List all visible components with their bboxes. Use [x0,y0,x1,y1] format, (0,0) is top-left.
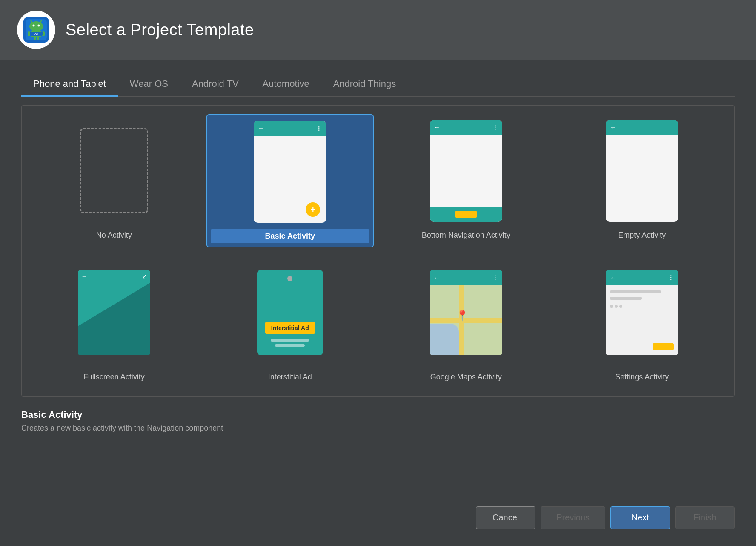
template-card-google-maps[interactable]: ← ⋮ 📍 Google Maps Activity [382,256,550,388]
template-label-fullscreen: Fullscreen Activity [34,370,195,384]
settings-body [606,285,678,355]
back-arrow-icon-6: ← [610,274,616,281]
overflow-menu-icon: ⋮ [316,125,322,132]
android-studio-logo: AI [23,17,49,43]
fab-icon: + [306,202,320,217]
svg-rect-11 [37,37,39,40]
bottom-nav-phone-mockup: ← ⋮ [430,120,502,222]
bottom-nav-bar [430,207,502,222]
bottom-button-bar: Cancel Previous Next Finish [476,506,735,529]
template-card-empty-activity[interactable]: ← Empty Activity [558,114,726,247]
template-grid: No Activity ← ⋮ + Basic Activity [30,114,726,388]
template-card-no-activity[interactable]: No Activity [30,114,198,247]
overflow-menu-icon-3: ⋮ [492,274,498,281]
back-arrow-icon: ← [258,125,264,132]
empty-activity-body [606,135,678,222]
template-description: Basic Activity Creates a new basic activ… [21,405,735,437]
fullscreen-expand-icon: ⤢ [142,273,147,280]
no-activity-box [80,128,148,213]
previous-button[interactable]: Previous [541,506,605,529]
template-preview-bottom-nav: ← ⋮ [424,118,509,224]
map-pin-icon: 📍 [456,310,469,322]
template-card-bottom-nav[interactable]: ← ⋮ Bottom Navigation Activity [382,114,550,247]
interstitial-line-2 [275,344,305,347]
template-card-basic-activity[interactable]: ← ⋮ + Basic Activity [206,114,374,247]
bottom-nav-toolbar: ← ⋮ [430,120,502,135]
svg-text:AI: AI [34,32,38,36]
tab-android-things[interactable]: Android Things [321,72,408,97]
template-card-settings[interactable]: ← ⋮ [558,256,726,388]
basic-activity-body: + [254,136,326,223]
settings-dot-1 [610,305,613,308]
svg-point-2 [29,21,43,32]
template-preview-empty-activity: ← [599,118,684,224]
finish-button[interactable]: Finish [675,506,735,529]
template-preview-interstitial-ad: Interstitial Ad [247,259,332,366]
tab-phone-tablet[interactable]: Phone and Tablet [21,72,118,97]
template-preview-google-maps: ← ⋮ 📍 [424,259,509,366]
template-preview-no-activity [72,118,157,224]
template-label-settings: Settings Activity [562,370,723,384]
settings-dot-3 [619,305,622,308]
interstitial-ad-label: Interstitial Ad [265,322,315,334]
description-title: Basic Activity [21,409,735,420]
tab-automotive[interactable]: Automotive [251,72,321,97]
settings-dot-2 [615,305,618,308]
back-arrow-icon-5: ← [434,274,440,281]
template-label-interstitial-ad: Interstitial Ad [210,370,371,384]
template-label-bottom-nav: Bottom Navigation Activity [386,228,547,242]
template-label-no-activity: No Activity [34,228,195,242]
next-button[interactable]: Next [610,506,670,529]
description-text: Creates a new basic activity with the Na… [21,424,735,433]
svg-point-4 [38,25,40,27]
interstitial-dot [287,276,292,281]
template-preview-fullscreen: ← ⤢ [72,259,157,366]
cancel-button[interactable]: Cancel [476,506,536,529]
bottom-nav-tab-1 [455,211,477,218]
template-card-fullscreen[interactable]: ← ⤢ Fullscreen Activity [30,256,198,388]
basic-activity-toolbar: ← ⋮ [254,121,326,136]
page-title: Select a Project Template [66,21,254,39]
interstitial-line-1 [271,339,309,342]
fullscreen-toolbar: ← ⤢ [78,270,150,283]
settings-button-preview [653,343,674,350]
tab-bar: Phone and Tablet Wear OS Android TV Auto… [21,72,735,97]
map-toolbar: ← ⋮ [430,270,502,285]
interstitial-lines [271,339,309,347]
template-preview-basic-activity: ← ⋮ + [247,118,332,225]
bottom-nav-body [430,135,502,207]
template-grid-container: No Activity ← ⋮ + Basic Activity [21,105,735,397]
back-arrow-icon-4: ← [81,273,87,280]
tab-wear-os[interactable]: Wear OS [118,72,180,97]
template-card-interstitial-ad[interactable]: Interstitial Ad Interstitial Ad [206,256,374,388]
map-body: 📍 [430,285,502,355]
dialog-header: AI Select a Project Template [0,0,756,60]
settings-mockup: ← ⋮ [606,270,678,355]
template-label-empty-activity: Empty Activity [562,228,723,242]
settings-dots [610,305,674,308]
overflow-menu-icon-4: ⋮ [668,274,674,281]
back-arrow-icon-2: ← [434,124,440,131]
empty-activity-toolbar: ← [606,120,678,135]
settings-toolbar: ← ⋮ [606,270,678,285]
svg-rect-10 [34,37,36,40]
svg-point-3 [33,25,35,27]
template-preview-settings: ← ⋮ [599,259,684,366]
logo-circle: AI [17,11,55,49]
back-arrow-icon-3: ← [610,124,616,131]
tab-android-tv[interactable]: Android TV [180,72,251,97]
template-label-google-maps: Google Maps Activity [386,370,547,384]
overflow-menu-icon-2: ⋮ [492,124,498,131]
template-label-basic-activity: Basic Activity [211,229,370,243]
dialog-content: Phone and Tablet Wear OS Android TV Auto… [0,60,756,450]
interstitial-ad-mockup: Interstitial Ad [257,270,323,355]
basic-activity-phone-mockup: ← ⋮ + [254,121,326,223]
map-water [430,324,459,355]
fullscreen-mockup: ← ⤢ [78,270,150,355]
settings-line-2 [610,297,642,300]
empty-activity-phone-mockup: ← [606,120,678,222]
settings-line-1 [610,290,661,293]
map-mockup: ← ⋮ 📍 [430,270,502,355]
fullscreen-diagonal [78,283,150,355]
